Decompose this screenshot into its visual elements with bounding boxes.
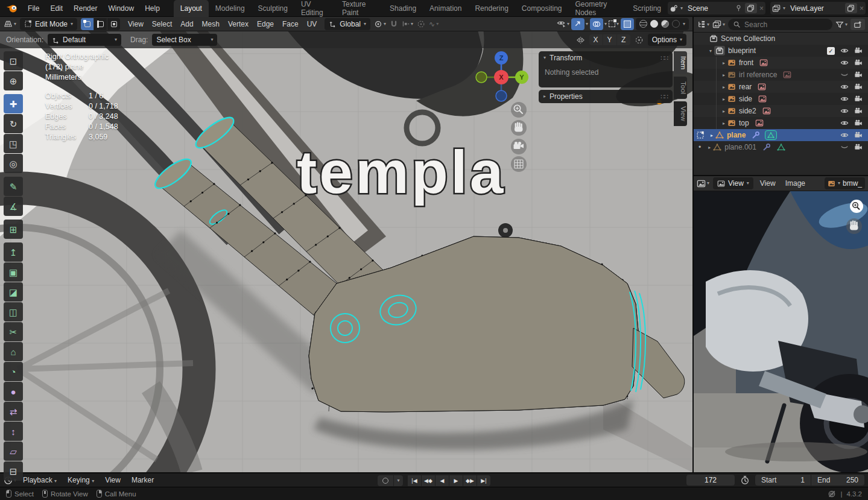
stopwatch-icon[interactable] <box>740 475 750 485</box>
new-viewlayer-button[interactable] <box>845 3 857 13</box>
timeline-menu-view[interactable]: View <box>101 476 125 484</box>
wireframe-shading-button[interactable] <box>639 20 647 28</box>
expand-arrow[interactable]: ▸ <box>720 109 727 114</box>
rendered-shading-button[interactable] <box>672 20 680 28</box>
workspace-tab[interactable]: Compositing <box>515 0 569 17</box>
tool-button[interactable]: ⊞ <box>4 220 23 239</box>
panel-grip[interactable]: ∷∷ <box>661 54 668 62</box>
tool-button[interactable]: ↥ <box>4 242 23 262</box>
timeline-menu-keying[interactable]: Keying ▾ <box>63 476 98 484</box>
collapse-arrow[interactable]: ▾ <box>707 48 714 54</box>
image-mode-selector[interactable]: View ▾ <box>713 177 753 189</box>
tool-button[interactable]: ✚ <box>4 94 23 113</box>
delete-scene-button[interactable]: × <box>759 4 764 13</box>
mode-selector[interactable]: Edit Mode ▾ <box>20 18 77 30</box>
timeline-menu-playback[interactable]: Playback ▾ <box>19 476 61 484</box>
outliner-row-plane[interactable]: ▸ plane <box>694 129 868 141</box>
outliner-row-front[interactable]: ▸ front <box>694 57 868 69</box>
gizmo-z-negative[interactable] <box>496 90 507 101</box>
viewlayer-selector[interactable]: ▾ ViewLayer × <box>770 2 866 14</box>
outliner-row-blueprint[interactable]: ▾ blueprint ✓ <box>694 45 868 57</box>
transform-panel-header[interactable]: ▾ Transform ∷∷ <box>539 51 673 65</box>
scene-name[interactable]: Scene <box>685 4 732 13</box>
auto-key-dropdown[interactable]: ▾ <box>394 475 403 486</box>
mirror-icon[interactable] <box>576 36 585 45</box>
viewport-menu-item[interactable]: Select <box>148 20 176 28</box>
properties-panel-header[interactable]: ▸ Properties ∷∷ <box>539 90 673 103</box>
collection-checkbox[interactable]: ✓ <box>827 47 835 55</box>
outliner-row-rear[interactable]: ▸ rear <box>694 81 868 93</box>
viewport-menu-item[interactable]: Add <box>176 20 197 28</box>
material-preview-button[interactable] <box>661 20 669 28</box>
workspace-tab[interactable]: Modeling <box>209 0 252 17</box>
tool-button[interactable]: ✂ <box>4 322 23 341</box>
transport-button[interactable]: ▶ <box>449 475 463 486</box>
ortho-toggle-button[interactable] <box>511 156 527 172</box>
hide-eye-icon[interactable] <box>840 131 849 139</box>
workspace-tab[interactable]: Geometry Nodes <box>569 0 627 17</box>
render-camera-icon[interactable] <box>854 46 863 55</box>
viewport-menu-item[interactable]: View <box>124 20 148 28</box>
vertex-select-button[interactable] <box>81 18 93 30</box>
drag-mode-selector[interactable]: Select Box ▾ <box>152 34 217 46</box>
render-camera-icon[interactable] <box>854 95 863 103</box>
hide-eye-icon[interactable] <box>840 95 849 103</box>
hide-eye-icon[interactable] <box>840 83 849 91</box>
mirror-y-button[interactable]: Y <box>603 34 616 45</box>
pin-icon[interactable] <box>735 4 743 12</box>
render-camera-icon[interactable] <box>854 71 863 79</box>
region-tab[interactable]: Item <box>674 51 687 74</box>
menu-help[interactable]: Help <box>139 4 165 13</box>
delete-viewlayer-button[interactable]: × <box>860 4 864 13</box>
render-camera-icon[interactable] <box>854 107 863 115</box>
image-datablock-selector[interactable]: ▾ bmw_ <box>825 177 865 189</box>
current-frame-field[interactable]: 172 <box>686 475 735 486</box>
transport-button[interactable]: ▶| <box>477 475 490 486</box>
image-editor-type-button[interactable]: ▾ <box>697 179 709 188</box>
tool-button[interactable]: ◪ <box>4 282 23 302</box>
outliner-display-mode-button[interactable]: ▾ <box>712 20 725 29</box>
scene-selector[interactable]: ▾ Scene × <box>668 2 765 14</box>
image-canvas[interactable] <box>694 191 868 472</box>
render-camera-icon[interactable] <box>854 59 863 67</box>
workspace-tab[interactable]: Animation <box>423 0 468 17</box>
workspace-tab[interactable]: Rendering <box>468 0 515 17</box>
expand-arrow[interactable]: ▸ <box>720 84 727 90</box>
expand-arrow[interactable]: ▸ <box>720 97 727 102</box>
edit-mode-overlays-selector[interactable]: ▾ <box>609 21 619 27</box>
image-editor-menu-image[interactable]: Image <box>782 179 808 188</box>
frame-start-field[interactable]: Start 1 <box>755 475 811 486</box>
outliner-filter-button[interactable]: ▾ <box>835 21 847 29</box>
outliner-search-input[interactable]: Search <box>728 19 832 30</box>
tool-button[interactable]: ⌂ <box>4 342 23 361</box>
xray-toggle[interactable] <box>621 18 634 30</box>
transport-button[interactable]: |◀ <box>408 475 421 486</box>
menu-file[interactable]: File <box>22 4 45 13</box>
tool-button[interactable]: ↕ <box>4 422 23 441</box>
panel-grip[interactable]: ∷∷ <box>661 93 668 101</box>
menu-edit[interactable]: Edit <box>45 4 68 13</box>
image-zoom-button[interactable] <box>850 200 863 213</box>
object-visibility-selector[interactable]: ▾ <box>557 19 569 28</box>
new-scene-button[interactable] <box>745 3 757 13</box>
expand-arrow[interactable]: ▸ <box>720 60 727 66</box>
workspace-tab[interactable]: Texture Paint <box>335 0 383 17</box>
unhide-eye-closed-icon[interactable] <box>840 143 849 151</box>
proportional-falloff-selector[interactable]: ∿ ▾ <box>429 20 439 28</box>
mirror-x-button[interactable]: X <box>589 34 603 45</box>
workspace-tab[interactable]: Layout <box>174 0 209 17</box>
expand-arrow[interactable]: ▸ <box>708 133 715 138</box>
tool-button[interactable]: ◳ <box>4 134 23 153</box>
unhide-eye-closed-icon[interactable] <box>840 71 849 79</box>
pivot-point-selector[interactable]: ▾ <box>374 20 386 28</box>
expand-arrow[interactable]: ▸ <box>720 72 727 78</box>
transport-button[interactable]: ◀ <box>436 475 449 486</box>
snap-target-selector[interactable]: ▾ <box>402 20 413 28</box>
solid-shading-button[interactable] <box>650 20 658 28</box>
gizmo-y-negative[interactable] <box>476 72 487 83</box>
viewlayer-name[interactable]: ViewLayer <box>788 4 843 13</box>
render-camera-icon[interactable] <box>854 83 863 91</box>
workspace-tab[interactable]: Sculpting <box>252 0 294 17</box>
viewport-menu-item[interactable]: Vertex <box>224 20 253 28</box>
region-tab[interactable]: View <box>674 101 687 126</box>
